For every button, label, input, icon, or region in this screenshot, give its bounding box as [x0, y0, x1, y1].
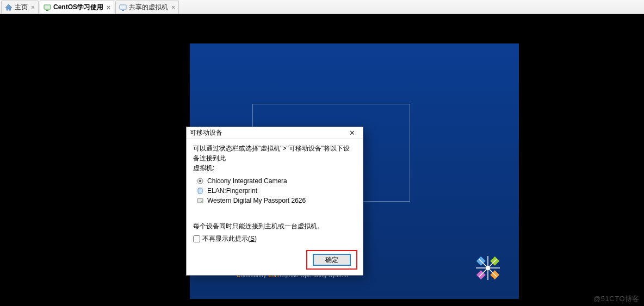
fingerprint-icon: [196, 187, 204, 195]
tab-shared-vm[interactable]: 共享的虚拟机 ×: [115, 1, 179, 14]
svg-rect-0: [44, 5, 51, 9]
shared-vm-icon: [119, 4, 127, 11]
hdd-icon: [196, 197, 204, 204]
vm-icon: [44, 4, 51, 11]
device-name: Chicony Integrated Camera: [207, 177, 287, 185]
tab-centos[interactable]: CentOS学习使用 ×: [40, 1, 114, 14]
close-icon[interactable]: ×: [171, 4, 175, 11]
device-list: Chicony Integrated Camera ELAN:Fingerpri…: [196, 176, 356, 205]
dialog-buttons: 确定: [187, 247, 363, 275]
list-item: Chicony Integrated Camera: [196, 176, 356, 186]
list-item: Western Digital My Passport 2626: [196, 196, 356, 205]
list-item: ELAN:Fingerprint: [196, 186, 356, 196]
tab-bar: 主页 × CentOS学习使用 × 共享的虚拟机 ×: [0, 0, 644, 14]
removable-devices-dialog: 可移动设备 ✕ 可以通过状态栏或选择"虚拟机">"可移动设备"将以下设备连接到此…: [186, 127, 363, 276]
svg-point-14: [199, 180, 201, 182]
dialog-title: 可移动设备: [190, 128, 344, 138]
centos-logo-icon: [473, 253, 503, 283]
dont-show-again-checkbox[interactable]: 不再显示此提示(S): [193, 234, 356, 243]
close-icon[interactable]: ×: [107, 4, 110, 11]
dialog-message: 可以通过状态栏或选择"虚拟机">"可移动设备"将以下设备连接到此 虚拟机:: [193, 143, 356, 173]
svg-rect-2: [120, 5, 126, 9]
svg-rect-1: [46, 10, 48, 11]
ok-button[interactable]: 确定: [313, 254, 351, 266]
ok-highlight: 确定: [306, 250, 357, 270]
dialog-body: 可以通过状态栏或选择"虚拟机">"可移动设备"将以下设备连接到此 虚拟机: Ch…: [187, 139, 363, 247]
close-button[interactable]: ✕: [344, 128, 360, 138]
close-icon[interactable]: ×: [31, 4, 35, 11]
device-name: Western Digital My Passport 2626: [207, 197, 306, 204]
camera-icon: [196, 177, 204, 185]
tab-label: 共享的虚拟机: [129, 3, 168, 12]
svg-rect-3: [122, 10, 124, 11]
svg-point-12: [486, 266, 490, 270]
dialog-foot-message: 每个设备同时只能连接到主机或一台虚拟机。: [193, 222, 356, 231]
svg-rect-15: [198, 188, 202, 193]
tab-label: CentOS学习使用: [53, 3, 103, 12]
home-icon: [5, 4, 13, 11]
svg-point-17: [201, 201, 202, 202]
checkbox-input[interactable]: [193, 235, 200, 242]
tab-label: 主页: [15, 3, 28, 12]
dialog-titlebar[interactable]: 可移动设备 ✕: [187, 127, 363, 139]
checkbox-label: 不再显示此提示(S): [202, 234, 257, 243]
watermark: @51CTO博客: [593, 294, 640, 304]
tab-home[interactable]: 主页 ×: [1, 1, 39, 14]
vm-viewport: CentOS 6 Community ENTerprise Operating …: [0, 14, 644, 306]
device-name: ELAN:Fingerprint: [207, 187, 257, 195]
